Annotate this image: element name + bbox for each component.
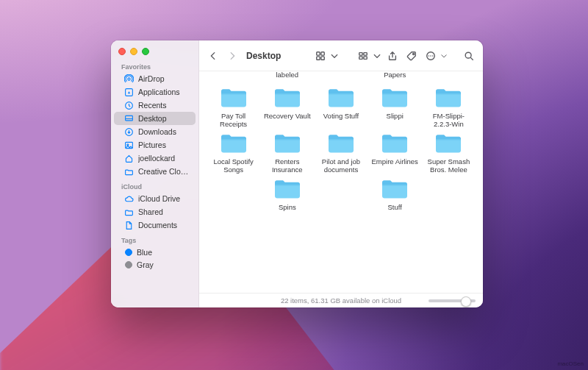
watermark: macOSen [557, 360, 584, 367]
folder-icon [272, 177, 303, 202]
list-item[interactable]: Stuff [371, 177, 419, 220]
list-item[interactable] [317, 71, 365, 82]
recents-icon [124, 101, 134, 110]
list-item[interactable]: Super Smash Bros. Melee [425, 132, 473, 174]
folder-icon [218, 86, 249, 111]
pictures-icon [124, 140, 134, 150]
forward-button[interactable] [224, 48, 240, 64]
sidebar-item-label: Gray [137, 260, 154, 269]
downloads-icon [124, 127, 134, 137]
action-menu-button[interactable] [423, 48, 448, 64]
sidebar-item-pictures[interactable]: Pictures [114, 138, 196, 152]
shared-folder-icon [124, 207, 134, 217]
folder-icon [326, 132, 356, 157]
desktop-icon [124, 114, 134, 124]
sidebar-item-label: AirDrop [138, 74, 165, 83]
sidebar-heading-tags: Tags [111, 235, 198, 246]
chevron-down-icon [440, 48, 448, 64]
icon-size-slider[interactable] [429, 299, 476, 302]
list-item[interactable]: labeled [263, 71, 311, 82]
window-controls [111, 40, 198, 60]
sidebar: Favorites AirDrop Applications Recents D… [111, 40, 199, 307]
group-by-button[interactable] [355, 48, 381, 64]
sidebar-item-label: Downloads [138, 127, 176, 136]
list-item[interactable]: FM-Slippi-2.2.3-Win [425, 86, 473, 129]
folder-icon [326, 86, 356, 111]
sidebar-item-applications[interactable]: Applications [114, 85, 196, 99]
sidebar-item-home[interactable]: joellockard [114, 152, 196, 165]
sidebar-item-label: Applications [138, 88, 180, 96]
applications-icon [124, 88, 134, 97]
list-item[interactable]: Papers [371, 71, 419, 82]
list-item [317, 177, 365, 220]
sidebar-item-tag-blue[interactable]: Blue [114, 246, 196, 258]
main-pane: Desktop [199, 40, 483, 307]
sidebar-item-label: Desktop [138, 114, 167, 123]
sidebar-item-recents[interactable]: Recents [114, 99, 196, 112]
list-item[interactable] [209, 71, 257, 82]
sidebar-item-label: Shared [138, 207, 163, 216]
sidebar-item-creative-cloud[interactable]: Creative Cloud… [114, 165, 196, 178]
minimize-window-button[interactable] [130, 48, 137, 55]
list-item[interactable]: Voting Stuff [317, 86, 365, 129]
folder-icon [433, 132, 464, 157]
toolbar: Desktop [199, 40, 483, 71]
sidebar-item-downloads[interactable]: Downloads [114, 125, 196, 138]
list-item[interactable]: Empire Airlines [371, 132, 419, 174]
list-item[interactable]: Pilot and job documents [317, 132, 365, 174]
folder-icon [379, 177, 410, 202]
chevron-down-icon [373, 48, 381, 64]
folder-icon [433, 86, 464, 111]
folder-icon [379, 132, 410, 157]
sidebar-item-documents[interactable]: Documents [114, 218, 196, 232]
view-mode-button[interactable] [312, 48, 339, 64]
sidebar-heading-icloud: iCloud [111, 181, 198, 192]
folder-icon [272, 132, 303, 157]
tags-button[interactable] [404, 48, 420, 64]
sidebar-item-shared[interactable]: Shared [114, 205, 196, 218]
sidebar-item-label: Recents [138, 101, 167, 110]
icon-grid: labeled Papers Pay Toll Receipts Recover… [199, 71, 483, 293]
list-item[interactable]: Spins [263, 177, 311, 220]
window-title: Desktop [246, 51, 281, 61]
fullscreen-window-button[interactable] [142, 48, 149, 55]
list-item[interactable]: Renters Insurance [263, 132, 311, 174]
sidebar-item-tag-gray[interactable]: Gray [114, 258, 196, 271]
list-item [209, 177, 257, 220]
list-item [425, 177, 473, 220]
folder-icon [272, 86, 303, 111]
sidebar-heading-favorites: Favorites [111, 61, 198, 72]
sidebar-item-label: Pictures [138, 140, 166, 149]
list-item[interactable]: Slippi [371, 86, 419, 129]
airdrop-icon [124, 74, 134, 84]
home-icon [124, 154, 134, 163]
icloud-icon [124, 194, 134, 204]
status-bar: 22 items, 61.31 GB available on iCloud [199, 293, 483, 307]
chevron-down-icon [330, 48, 339, 64]
tag-dot-icon [125, 249, 132, 256]
list-item[interactable] [425, 71, 473, 82]
folder-icon [379, 86, 410, 111]
folder-icon [124, 167, 134, 177]
list-item[interactable]: Local Spotify Songs [209, 132, 257, 174]
sidebar-item-label: Creative Cloud… [138, 167, 191, 176]
list-item[interactable]: Recovery Vault [263, 86, 311, 129]
close-window-button[interactable] [118, 48, 126, 55]
back-button[interactable] [205, 48, 221, 64]
sidebar-item-label: Documents [138, 221, 177, 230]
sidebar-item-label: iCloud Drive [138, 194, 180, 203]
sidebar-item-label: Blue [137, 248, 152, 257]
sidebar-item-airdrop[interactable]: AirDrop [114, 72, 196, 85]
sidebar-item-desktop[interactable]: Desktop [114, 112, 196, 125]
list-item[interactable]: Pay Toll Receipts [209, 86, 257, 129]
sidebar-item-label: joellockard [138, 154, 175, 163]
folder-icon [218, 132, 249, 157]
sidebar-item-icloud-drive[interactable]: iCloud Drive [114, 192, 196, 205]
status-text: 22 items, 61.31 GB available on iCloud [281, 296, 401, 305]
document-icon [124, 221, 134, 230]
tag-dot-icon [125, 261, 132, 268]
share-button[interactable] [384, 48, 401, 64]
search-button[interactable] [461, 48, 477, 64]
finder-window: Favorites AirDrop Applications Recents D… [111, 40, 483, 307]
